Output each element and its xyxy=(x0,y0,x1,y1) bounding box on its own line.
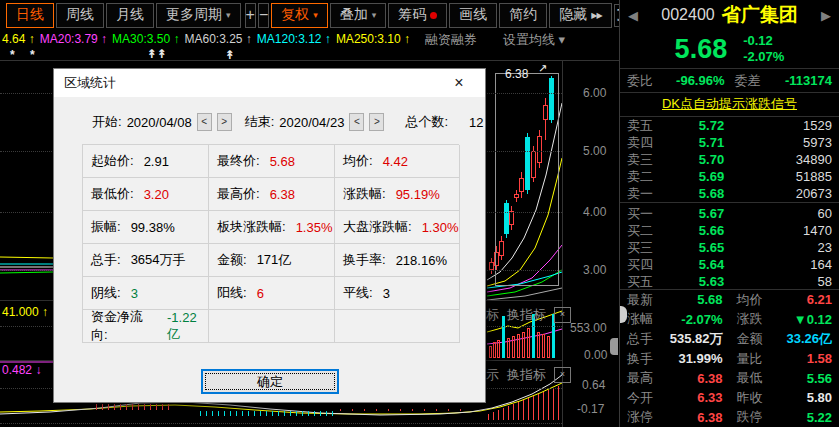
panel-resize-handle[interactable] xyxy=(610,338,618,355)
up-arrow-icon: ↑ xyxy=(42,305,48,319)
indicator-tick xyxy=(254,411,255,416)
end-date-next-button[interactable]: > xyxy=(369,113,384,131)
period-tab-4[interactable]: 更多周期▾ xyxy=(156,3,241,28)
stat-label: 平线: xyxy=(343,284,373,302)
period-tab-1[interactable]: 日线 xyxy=(6,3,54,28)
indicator-tick xyxy=(424,409,425,411)
indicator-tick xyxy=(308,411,309,416)
volume-bar xyxy=(547,336,550,358)
stats-cell: 均价6.21 xyxy=(730,291,839,309)
start-date-prev-button[interactable]: < xyxy=(197,113,212,131)
ask-row: 卖二5.6951885 xyxy=(620,168,839,185)
close-panel-icon[interactable]: × xyxy=(554,307,571,323)
stat-value: 5.68 xyxy=(270,154,295,169)
stat-label: 最高价: xyxy=(217,185,260,203)
stats-cell: 最高6.38 xyxy=(620,369,730,387)
zoom-in-button[interactable]: + xyxy=(245,3,256,28)
stat-label: 跌停 xyxy=(737,408,763,426)
sub-axis-label: 553.00 xyxy=(570,321,607,335)
volume-swap-indicator: 标 换指标 × xyxy=(486,306,571,324)
indicator-tick xyxy=(448,409,449,411)
statistics-table: 起始价:2.91最终价:5.68均价:4.42最低价:3.20最高价:6.38涨… xyxy=(82,144,459,343)
start-date-label: 开始: xyxy=(92,113,122,131)
toolbar-button-2[interactable]: 叠加▾ xyxy=(330,3,387,28)
indicator-tick xyxy=(138,404,139,410)
indicator-tick xyxy=(528,398,529,420)
margin-trading-link[interactable]: 融资融券 xyxy=(425,31,477,49)
indicator-tick xyxy=(248,411,249,416)
stat-label: 昨收 xyxy=(737,389,763,407)
stat-cell: 最终价:5.68 xyxy=(209,145,335,178)
stat-value: 6.21 xyxy=(807,292,832,307)
stats-cell: 昨收5.80 xyxy=(730,389,839,407)
price-axis-label: 4.00 xyxy=(583,205,606,219)
ask-row: 卖三5.7034890 xyxy=(620,151,839,168)
stat-cell: 换手率:218.16% xyxy=(335,244,460,277)
indicator-tick xyxy=(284,411,285,416)
bid-row: 买四5.64164 xyxy=(620,256,839,273)
swap-indicator-button[interactable]: 换指标 xyxy=(507,306,546,324)
level-price: 5.72 xyxy=(663,118,760,133)
indicator-value-fragment: 0.482 ↓ xyxy=(2,363,41,377)
level-price: 5.68 xyxy=(663,186,760,201)
label-fragment: 标 xyxy=(486,306,499,324)
signal-marker-icon: ↟ xyxy=(225,50,235,60)
indicator-tick xyxy=(296,411,297,416)
indicator-tick xyxy=(523,400,524,420)
ma-value-6: MA250:3.10 ↑ xyxy=(336,32,410,46)
indicator-tick xyxy=(290,411,291,416)
next-stock-icon[interactable]: ▶ xyxy=(821,8,831,23)
toolbar-button-4[interactable]: 画线 xyxy=(449,3,497,28)
peak-price-label: 6.38 xyxy=(505,67,528,81)
close-icon[interactable]: × xyxy=(443,74,475,92)
dk-signal-link[interactable]: DK点自动提示涨跌信号 xyxy=(662,96,797,111)
stat-value: ▼0.12 xyxy=(794,312,832,327)
stats-cell: 总手535.82万 xyxy=(620,330,730,348)
level-label: 卖四 xyxy=(627,134,663,152)
stat-label: 起始价: xyxy=(91,152,134,170)
period-tab-2[interactable]: 周线 xyxy=(56,3,104,28)
stat-label: 换手 xyxy=(627,350,653,368)
indicator-tick xyxy=(150,404,151,410)
stat-value: 6.38 xyxy=(697,410,722,425)
sub-axis-label: 0.00 xyxy=(584,348,607,362)
indicator-tick xyxy=(156,404,157,410)
stats-cell: 涨停6.38 xyxy=(620,408,730,426)
indicator-tick xyxy=(96,404,97,410)
toolbar-button-6[interactable]: 隐藏▶▶ xyxy=(549,3,611,28)
toolbar-button-1[interactable]: 复权▾ xyxy=(271,3,328,28)
stat-label: 金额: xyxy=(217,251,247,269)
stat-cell: 平线:3 xyxy=(335,277,460,310)
level-label: 买一 xyxy=(627,205,663,223)
ask-row: 卖五5.721529 xyxy=(620,117,839,134)
toolbar-button-3[interactable]: 筹码 xyxy=(388,3,447,28)
level-price: 5.69 xyxy=(663,169,760,184)
stats-cell: 最新5.68 xyxy=(620,291,730,309)
stat-cell: 涨跌幅:95.19% xyxy=(335,178,460,211)
stat-value: 535.82万 xyxy=(670,330,723,348)
set-ma-link[interactable]: 设置均线 ▾ xyxy=(503,31,565,49)
region-statistics-dialog: 区域统计 × 开始: 2020/04/08 < > 结束: 2020/04/23… xyxy=(53,68,486,403)
confirm-button[interactable]: 确定 xyxy=(201,369,339,394)
toolbar-button-5[interactable]: 简约 xyxy=(499,3,547,28)
start-date-next-button[interactable]: > xyxy=(217,113,232,131)
stat-value: 3.20 xyxy=(144,187,169,202)
stat-label: 金额 xyxy=(737,330,763,348)
stat-value: 3 xyxy=(383,286,390,301)
indicator-tick xyxy=(553,388,554,420)
indicator-tick xyxy=(508,406,509,420)
close-panel-icon[interactable]: × xyxy=(554,367,571,383)
volume-bar xyxy=(512,336,515,358)
stat-label: 涨幅 xyxy=(627,310,653,328)
volume-bar xyxy=(489,346,492,358)
period-tab-3[interactable]: 月线 xyxy=(106,3,154,28)
stats-row: 涨幅-2.07%涨跌▼0.12 xyxy=(620,310,839,330)
stat-value: 3654万手 xyxy=(131,251,186,269)
prev-stock-icon[interactable]: ◀ xyxy=(628,8,638,23)
end-date-prev-button[interactable]: < xyxy=(349,113,364,131)
zoom-out-button[interactable]: − xyxy=(258,3,269,28)
level-price: 5.67 xyxy=(663,206,760,221)
swap-indicator-button[interactable]: 换指标 xyxy=(507,366,546,384)
stat-value: 33.26亿 xyxy=(786,330,832,348)
indicator-tick xyxy=(340,409,341,411)
